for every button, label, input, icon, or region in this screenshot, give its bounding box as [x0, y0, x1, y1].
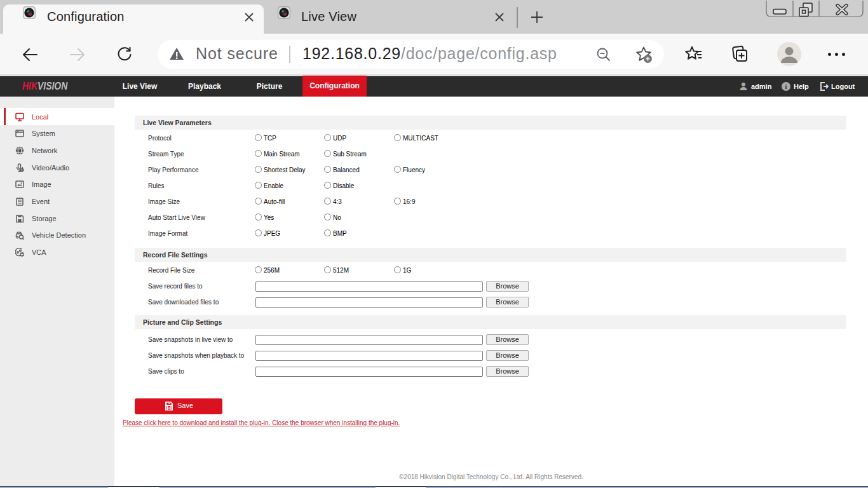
- svg-text:i: i: [785, 83, 787, 90]
